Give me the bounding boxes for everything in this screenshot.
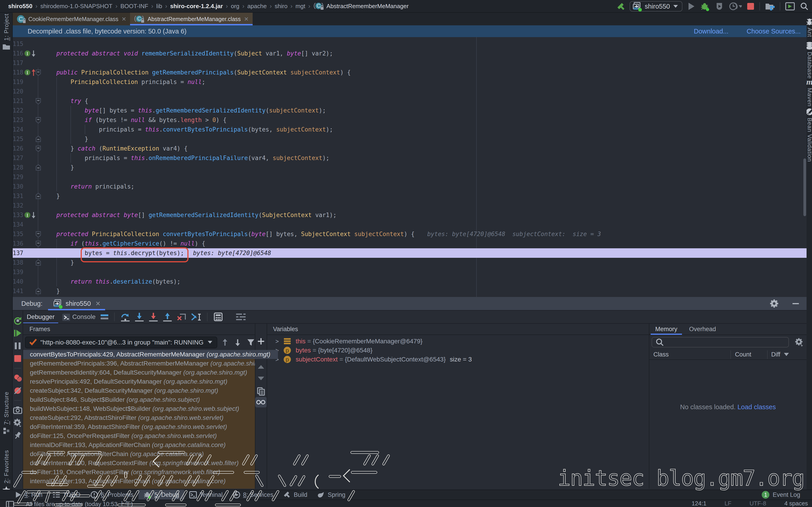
fold-marker-collapse[interactable] <box>35 145 41 153</box>
tool-windows-toggle-icon[interactable] <box>6 501 14 507</box>
build-hammer-icon[interactable] <box>617 2 625 10</box>
scroll-down-icon[interactable] <box>257 376 265 381</box>
fold-marker-end[interactable] <box>35 192 41 200</box>
tool-window-button-terminal[interactable]: Terminal <box>184 490 228 500</box>
tool-window-button-build[interactable]: Build <box>278 490 312 500</box>
breadcrumb-item[interactable]: AbstractRememberMeManager <box>326 3 409 10</box>
run-icon[interactable] <box>687 2 695 11</box>
view-breakpoints-icon[interactable] <box>13 372 22 384</box>
drop-frame-icon[interactable] <box>177 313 186 322</box>
editor-tab[interactable]: CAbstractRememberMeManager.class✕ <box>130 13 252 25</box>
stop-red-icon[interactable] <box>14 352 21 365</box>
stack-frame-row[interactable]: resolvePrincipals:492, DefaultSecurityMa… <box>23 377 255 386</box>
breadcrumb-item[interactable]: org <box>231 3 240 10</box>
stack-frame-row[interactable]: doFilter:125, OncePerRequestFilter (org.… <box>23 432 255 441</box>
close-icon[interactable]: ✕ <box>95 300 101 307</box>
stop-icon[interactable] <box>747 2 755 10</box>
stack-frame-row[interactable]: doFilterInternal:359, AbstractShiroFilte… <box>23 422 255 432</box>
arrow-down-icon[interactable] <box>234 338 241 346</box>
fold-marker-collapse[interactable] <box>35 240 41 248</box>
gear-icon[interactable] <box>795 338 804 347</box>
breadcrumb-item[interactable]: lib <box>156 3 162 10</box>
code-line[interactable]: 133 protected abstract byte[] getRemembe… <box>13 210 807 220</box>
column-count[interactable]: Count <box>735 351 751 358</box>
tool-window-button-bean-validation[interactable]: Bean Validation <box>807 108 812 162</box>
pause-icon[interactable] <box>14 340 21 352</box>
code-line[interactable]: 121 try { <box>13 96 807 106</box>
stack-frame-row[interactable]: internalDoFilter:193, ApplicationFilterC… <box>23 441 255 450</box>
code-line[interactable]: 120 <box>13 87 807 96</box>
tool-window-button-4-run[interactable]: 4: Run <box>10 490 48 500</box>
stack-frame-row[interactable]: createSubject:342, DefaultSecurityManage… <box>23 386 255 395</box>
run-to-cursor-icon[interactable] <box>191 313 201 322</box>
code-line[interactable]: 139 <box>13 267 807 277</box>
frames-list[interactable]: convertBytesToPrincipals:429, AbstractRe… <box>23 350 255 489</box>
tab-memory[interactable]: Memory <box>649 324 683 335</box>
code-line[interactable]: 136 if (this.getCipherService() != null)… <box>13 239 807 248</box>
stack-frame-row[interactable]: getRememberedPrincipals:396, AbstractRem… <box>23 359 255 368</box>
filter-icon[interactable] <box>247 338 255 346</box>
fold-marker-collapse[interactable] <box>35 69 41 77</box>
arrow-up-icon[interactable] <box>221 338 229 346</box>
choose-sources-link[interactable]: Choose Sources... <box>747 27 801 35</box>
implemented-method-icon[interactable]: I <box>24 50 39 58</box>
line-ending[interactable]: LF <box>724 500 731 507</box>
stack-frame-row[interactable]: createSubject:292, AbstractShiroFilter (… <box>23 413 255 422</box>
watch-glasses-icon[interactable] <box>255 397 267 407</box>
tool-window-button-7-structure[interactable]: 7: Structure <box>0 392 13 435</box>
threads-icon[interactable] <box>100 314 108 320</box>
code-line[interactable]: 122 byte[] bytes = this.getRememberedSer… <box>13 106 807 115</box>
code-line[interactable]: 140 return this.deserialize(bytes); <box>13 277 807 286</box>
implemented-method-icon[interactable]: I <box>24 211 39 220</box>
copy-stack-icon[interactable] <box>257 387 265 396</box>
tool-window-button-ant[interactable]: Ant <box>807 18 812 37</box>
breadcrumb-item[interactable]: BOOT-INF <box>120 3 148 10</box>
run-configuration-select[interactable]: shiro550 <box>629 1 682 11</box>
tab-debugger[interactable]: Debugger <box>23 310 58 324</box>
profiler-icon[interactable] <box>729 2 742 11</box>
tool-window-button-5-debug[interactable]: 5: Debug <box>139 490 184 500</box>
tool-window-button-spring[interactable]: Spring <box>312 490 350 500</box>
breadcrumb[interactable]: shiro550›shirodemo-1.0-SNAPSHOT›BOOT-INF… <box>8 1 409 11</box>
variable-row[interactable]: >this = {CookieRememberMeManager@6479} <box>267 337 649 346</box>
stack-frame-row[interactable]: buildSubject:846, Subject$Builder (org.a… <box>23 395 255 404</box>
expand-chevron-icon[interactable]: > <box>272 338 282 345</box>
debug-icon[interactable] <box>700 1 710 11</box>
gear-small-icon[interactable] <box>13 416 22 429</box>
camera-icon[interactable] <box>13 404 22 416</box>
tool-window-button-8-services[interactable]: 8: Services <box>228 490 278 500</box>
hide-icon[interactable] <box>792 299 800 307</box>
rerun-icon[interactable] <box>13 314 22 327</box>
mute-breakpoints-icon[interactable] <box>13 384 22 397</box>
breadcrumb-item[interactable]: mgt <box>295 3 305 10</box>
editor-tab[interactable]: CCookieRememberMeManager.class✕ <box>13 13 130 25</box>
tool-window-button-maven[interactable]: mMaven <box>807 78 812 107</box>
load-classes-link[interactable]: Load classes <box>738 403 776 410</box>
fold-marker-end[interactable] <box>35 135 41 143</box>
run-anything-icon[interactable] <box>785 2 795 11</box>
breadcrumb-item[interactable]: apache <box>247 3 267 10</box>
breadcrumb-item[interactable]: shiro <box>274 3 287 10</box>
tool-window-button-2-favorites[interactable]: 2: Favorites <box>0 450 13 494</box>
fold-marker-end[interactable] <box>35 288 41 295</box>
code-line[interactable]: 128 } <box>13 163 807 172</box>
code-line[interactable]: 118 public PrincipalCollection getRememb… <box>13 68 807 77</box>
tool-window-button-database[interactable]: Database <box>807 42 812 79</box>
stack-frame-row[interactable]: doFilterInternal:100, RequestContextFilt… <box>23 459 255 468</box>
fold-marker-end[interactable] <box>35 164 41 172</box>
stack-frame-row[interactable]: buildWebSubject:148, WebSubject$Builder … <box>23 404 255 413</box>
indent-setting[interactable]: 4 spaces <box>784 500 808 507</box>
code-line[interactable]: 124 principals = this.convertBytesToPrin… <box>13 125 807 134</box>
code-line[interactable]: 127 principals = this.onRememberedPrinci… <box>13 153 807 163</box>
fold-marker-collapse[interactable] <box>35 98 41 106</box>
add-icon[interactable] <box>257 337 265 345</box>
column-class[interactable]: Class <box>653 351 669 358</box>
tool-window-button-6-problems[interactable]: 6: Problems <box>86 490 139 500</box>
gear-icon[interactable] <box>769 299 779 308</box>
tab-console[interactable]: Console <box>58 310 99 324</box>
code-line[interactable]: 135 protected PrincipalCollection conver… <box>13 229 807 239</box>
layout-settings-icon[interactable] <box>236 313 246 322</box>
force-step-into-icon[interactable] <box>149 313 158 322</box>
code-editor[interactable]: 115116 protected abstract void rememberS… <box>13 37 807 297</box>
code-line[interactable]: 129 <box>13 172 807 182</box>
